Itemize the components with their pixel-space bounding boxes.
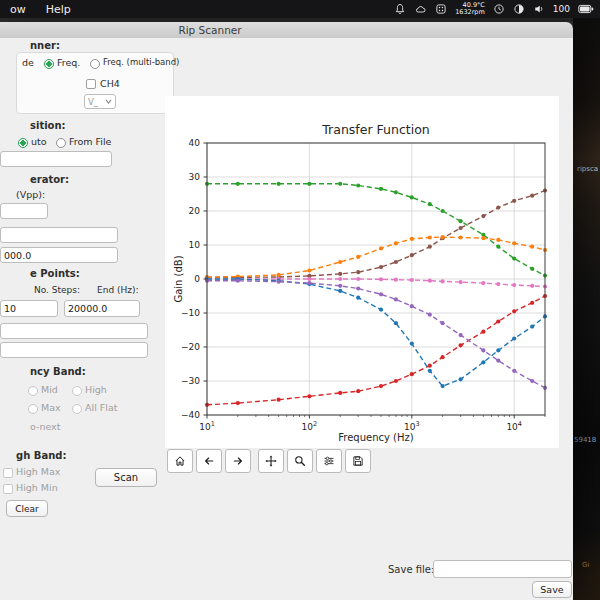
radio-freq[interactable] <box>44 59 54 69</box>
points-extra-input-1[interactable] <box>0 323 148 339</box>
chart-ylabel: Gain (dB) <box>173 255 184 302</box>
radio-freq-multiband[interactable] <box>90 59 100 69</box>
points-extra-input-2[interactable] <box>0 342 148 358</box>
vpp-input[interactable] <box>0 203 48 219</box>
menubar-status-area: 40.9°C 1632rpm 100 <box>394 2 600 16</box>
configure-button[interactable] <box>316 449 342 473</box>
radio-auto[interactable] <box>18 138 28 148</box>
radio-mid-label: Mid <box>41 384 58 395</box>
high-max-checkbox[interactable] <box>3 468 13 478</box>
svg-text:10: 10 <box>189 240 201 250</box>
points-section-label: e Points: <box>30 268 80 279</box>
radio-max[interactable] <box>28 404 38 414</box>
pan-move-icon <box>265 453 277 469</box>
end-hz-input[interactable] <box>64 300 140 317</box>
radio-freq-label: Freq. <box>57 57 80 68</box>
high-max-label: High Max <box>16 466 61 477</box>
channel-combobox[interactable]: V_ <box>84 94 116 109</box>
home-icon <box>174 453 186 469</box>
chart-title: Transfer Function <box>207 122 545 137</box>
menu-help[interactable]: Help <box>36 3 81 16</box>
svg-text:104: 104 <box>506 420 522 432</box>
auto-next-label: o-next <box>30 421 60 432</box>
frequency-input[interactable] <box>0 247 118 263</box>
save-button[interactable]: Save <box>532 581 572 598</box>
radio-all-flat-label: All Flat <box>85 402 117 413</box>
high-min-checkbox[interactable] <box>3 484 13 494</box>
battery-icon[interactable] <box>578 4 594 14</box>
scan-button[interactable]: Scan <box>95 468 157 487</box>
pan-button[interactable] <box>258 449 284 473</box>
clear-button[interactable]: Clear <box>6 500 48 517</box>
radio-all-flat[interactable] <box>72 404 82 414</box>
svg-text:101: 101 <box>199 420 215 432</box>
generator-input[interactable] <box>0 227 118 243</box>
svg-text:−30: −30 <box>181 376 200 386</box>
chart-xlabel: Frequency (Hz) <box>207 432 545 443</box>
clock-icon[interactable] <box>493 3 505 15</box>
ch4-label: CH4 <box>100 78 120 89</box>
battery-percent: 100 <box>553 4 570 14</box>
svg-text:30: 30 <box>189 172 201 182</box>
no-steps-input[interactable] <box>0 300 58 317</box>
bell-icon[interactable] <box>394 3 406 15</box>
vpp-label: (Vpp): <box>16 189 45 200</box>
contrast-icon[interactable] <box>513 3 525 15</box>
mode-label-fragment: de <box>22 57 34 68</box>
highband-section-label: gh Band: <box>16 450 66 461</box>
radio-high-label: High <box>85 384 107 395</box>
arrow-left-icon <box>203 453 215 469</box>
svg-text:0: 0 <box>194 274 200 284</box>
radio-from-file[interactable] <box>56 138 66 148</box>
acquisition-section-label: sition: <box>30 120 66 131</box>
home-button[interactable] <box>167 449 193 473</box>
desktop-screen: ow Help 40.9°C 1632rpm 100 ripsca 59418 … <box>0 0 600 600</box>
generator-section-label: erator: <box>30 174 69 185</box>
grid-icon[interactable] <box>435 3 447 15</box>
floppy-save-icon <box>352 453 364 469</box>
zoom-button[interactable] <box>287 449 313 473</box>
svg-text:40: 40 <box>189 138 201 148</box>
back-button[interactable] <box>196 449 222 473</box>
no-steps-label: No. Steps: <box>34 285 80 295</box>
fan-speed: 1632rpm <box>455 9 485 16</box>
radio-mid[interactable] <box>28 386 38 396</box>
radio-max-label: Max <box>41 402 61 413</box>
svg-text:−10: −10 <box>181 308 200 318</box>
svg-text:−40: −40 <box>181 410 200 420</box>
radio-from-file-label: From File <box>69 136 111 147</box>
widgets-layer: nner: de Freq. Freq. (multi-band) CH4 V_… <box>0 0 600 600</box>
save-figure-button[interactable] <box>345 449 371 473</box>
sliders-icon <box>323 453 335 469</box>
band-section-label: ncy Band: <box>30 366 86 377</box>
arrow-right-icon <box>232 453 244 469</box>
forward-button[interactable] <box>225 449 251 473</box>
cloud-icon[interactable] <box>414 3 427 15</box>
scanner-section-label: nner: <box>30 40 60 51</box>
high-min-label: High Min <box>16 482 58 493</box>
chevron-down-icon <box>105 99 112 104</box>
radio-auto-label: uto <box>31 136 47 147</box>
svg-text:102: 102 <box>302 420 318 432</box>
end-hz-label: End (Hz): <box>97 285 139 295</box>
svg-text:20: 20 <box>189 206 201 216</box>
transfer-function-chart: −40−30−20−10010203040101102103104 <box>207 143 545 415</box>
acquisition-file-input[interactable] <box>0 151 112 167</box>
svg-text:103: 103 <box>404 420 420 432</box>
chart-figure: Transfer Function Frequency (Hz) Gain (d… <box>165 96 559 448</box>
magnifier-icon <box>294 453 306 469</box>
radio-high[interactable] <box>72 386 82 396</box>
ch4-checkbox[interactable] <box>86 79 96 89</box>
save-file-input[interactable] <box>433 560 572 578</box>
system-stats[interactable]: 40.9°C 1632rpm <box>455 2 485 16</box>
speaker-icon[interactable] <box>533 3 545 15</box>
svg-text:−20: −20 <box>181 342 200 352</box>
radio-freq-multiband-label: Freq. (multi-band) <box>103 57 179 67</box>
menu-window-fragment[interactable]: ow <box>0 3 36 16</box>
menubar: ow Help 40.9°C 1632rpm 100 <box>0 0 600 18</box>
save-file-label: Save file: <box>388 564 434 575</box>
channel-combobox-value: V_ <box>88 97 98 107</box>
